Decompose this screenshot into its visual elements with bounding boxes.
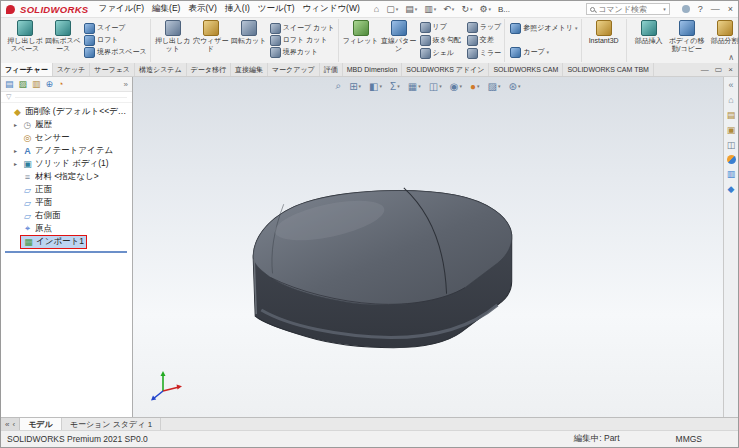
lofted-cut-button[interactable]: ロフト カット [270,34,335,46]
menu-edit[interactable]: 編集(E) [152,3,180,15]
doc-minimize-icon[interactable]: — [701,65,709,74]
tab-data-migration[interactable]: データ移行 [187,63,231,76]
expand-arrow-icon[interactable]: ▸ [14,121,22,128]
shell-button[interactable]: シェル [420,47,461,59]
revolve-boss-button[interactable]: 回転ボスベース [44,19,82,62]
configurationmanager-tab-icon[interactable]: ▥ [32,79,41,89]
menu-tools[interactable]: ツール(T) [258,3,295,15]
intersect-button[interactable]: 交差 [467,34,502,46]
revolved-cut-button[interactable]: 回転カット [230,19,268,62]
edit-appearance-icon[interactable]: ●▾ [470,81,480,92]
doc-close-icon[interactable]: × [728,65,733,74]
tab-structure-system[interactable]: 構造システム [135,63,187,76]
pane-chevron-icon[interactable]: » [124,80,128,89]
pane-collapse-icon[interactable]: « [728,80,733,90]
tab-solidworks-addins[interactable]: SOLIDWORKS アドイン [402,63,489,76]
expand-arrow-icon[interactable]: ▸ [14,160,22,167]
hide-show-items-icon[interactable]: ◉▾ [450,81,462,92]
tab-evaluate[interactable]: 評価 [320,63,343,76]
annotation-visibility-icon[interactable]: Σ▾ [390,81,400,92]
wrap-button[interactable]: ラップ [467,21,502,33]
tab-sketch[interactable]: スケッチ [53,63,91,76]
tab-markup[interactable]: マークアップ [268,63,320,76]
tab-direct-editing[interactable]: 直接編集 [231,63,268,76]
displaymanager-tab-icon[interactable]: ◔ [58,79,63,89]
tree-item-part[interactable]: ◆ 面削除 (デフォルト<<デフォルト>_表示状態 [1,105,132,118]
sweep-button[interactable]: スイープ [84,22,147,34]
boundary-boss-button[interactable]: 境界ボスベース [84,46,147,58]
tab-solidworks-cam-tbm[interactable]: SOLIDWORKS CAM TBM [563,63,654,76]
print-icon[interactable]: ▥▾ [424,4,436,14]
expand-arrow-icon[interactable]: ▸ [14,147,22,154]
resources-home-icon[interactable]: ⌂ [728,95,733,105]
save-icon[interactable]: ▤▾ [405,4,417,14]
tree-item-right-plane[interactable]: ▱ 右側面 [1,209,132,222]
help-icon[interactable]: ? [698,4,703,14]
status-units-dropdown[interactable]: MMGS [676,434,702,444]
tree-item-origin[interactable]: ⌖ 原点 [1,222,132,235]
loft-button[interactable]: ロフト [84,34,147,46]
reference-geometry-button[interactable]: 参照ジオメトリ▾ [510,22,577,34]
fillet-button[interactable]: フィレット [342,19,380,62]
tree-item-solid-bodies[interactable]: ▸ ▣ ソリッド ボディ(1) [1,157,132,170]
search-caret-icon[interactable]: ▾ [663,7,666,12]
truncated-toolbar-label[interactable]: B... [498,5,510,14]
tree-item-front-plane[interactable]: ▱ 正面 [1,183,132,196]
view-palette-icon[interactable]: ◫ [727,140,736,150]
rollback-bar[interactable] [5,251,127,253]
draft-button[interactable]: 抜き勾配 [420,34,461,46]
rebuild-icon[interactable]: ↻▾ [461,4,472,14]
mirror-button[interactable]: ミラー [467,47,502,59]
tree-item-imported1[interactable]: ▦ インポート1 [1,235,132,248]
swept-cut-button[interactable]: スイープ カット [270,22,335,34]
ribbon-collapse-icon[interactable]: ∧ [728,53,734,62]
zoom-fit-icon[interactable]: ⌕ [336,80,342,92]
apply-scene-icon[interactable]: ▨▾ [488,81,501,92]
propertymanager-tab-icon[interactable]: ▨ [19,79,28,89]
tab-features[interactable]: フィーチャー [1,63,53,76]
settings-icon[interactable]: ⚙▾ [479,4,491,14]
design-library-icon[interactable]: ▤ [727,110,736,120]
tree-item-top-plane[interactable]: ▱ 平面 [1,196,132,209]
tab-mbd-dimension[interactable]: MBD Dimension [343,63,403,76]
section-view-icon[interactable]: ◧▾ [369,81,382,92]
search-input[interactable] [598,5,660,14]
menu-insert[interactable]: 挿入(I) [225,3,250,15]
tab-solidworks-cam[interactable]: SOLIDWORKS CAM [489,63,563,76]
instant3d-button[interactable]: Instant3D [585,19,623,62]
zoom-area-icon[interactable]: ⊞▾ [349,81,361,92]
boundary-cut-button[interactable]: 境界カット [270,46,335,58]
tab-scroll-start-icon[interactable]: « [5,420,9,429]
tree-item-material[interactable]: ≡ 材料 <指定なし> [1,170,132,183]
appearances-icon[interactable] [727,155,736,164]
new-document-icon[interactable]: ▢▾ [386,4,398,14]
tree-item-annotations[interactable]: ▸ A アノテートアイテム [1,144,132,157]
rib-button[interactable]: リブ [420,21,461,33]
move-copy-body-button[interactable]: ボディの移動/コピー [668,19,706,62]
tab-model[interactable]: モデル [20,418,62,430]
undo-icon[interactable]: ↶▾ [443,4,454,14]
tree-item-sensors[interactable]: ◎ センサー [1,131,132,144]
extruded-cut-button[interactable]: 押し出しカット [154,19,192,62]
home-icon[interactable]: ⌂ [374,4,379,14]
extrude-boss-button[interactable]: 押し出しボスベース [6,19,44,62]
graphics-viewport[interactable]: ⌕ ⊞▾ ◧▾ Σ▾ ▦▾ ◫▾ ◉▾ ●▾ ▨▾ ⊛▾ [133,77,723,417]
tree-item-history[interactable]: ▸ ◷ 履歴 [1,118,132,131]
menu-view[interactable]: 表示(V) [188,3,216,15]
featuremanager-tab-icon[interactable]: ▤ [5,79,14,89]
linear-pattern-button[interactable]: 直線パターン [380,19,418,62]
model-3d[interactable] [243,181,528,376]
forum-icon[interactable]: ◆ [728,184,735,194]
custom-properties-icon[interactable]: ▥ [727,169,736,179]
close-icon[interactable]: × [728,4,733,14]
hole-wizard-button[interactable]: 穴ウィザード [192,19,230,62]
user-account-icon[interactable] [682,5,690,13]
tab-surfaces[interactable]: サーフェス [90,63,135,76]
insert-part-button[interactable]: 部品挿入 [630,19,668,62]
dimxpert-tab-icon[interactable]: ⊕ [46,79,54,89]
view-settings-icon[interactable]: ⊛▾ [509,81,521,92]
doc-restore-icon[interactable]: ▭ [715,65,723,74]
minimize-icon[interactable]: — [711,4,720,14]
menu-window[interactable]: ウィンドウ(W) [303,3,360,15]
menu-file[interactable]: ファイル(F) [98,3,144,15]
